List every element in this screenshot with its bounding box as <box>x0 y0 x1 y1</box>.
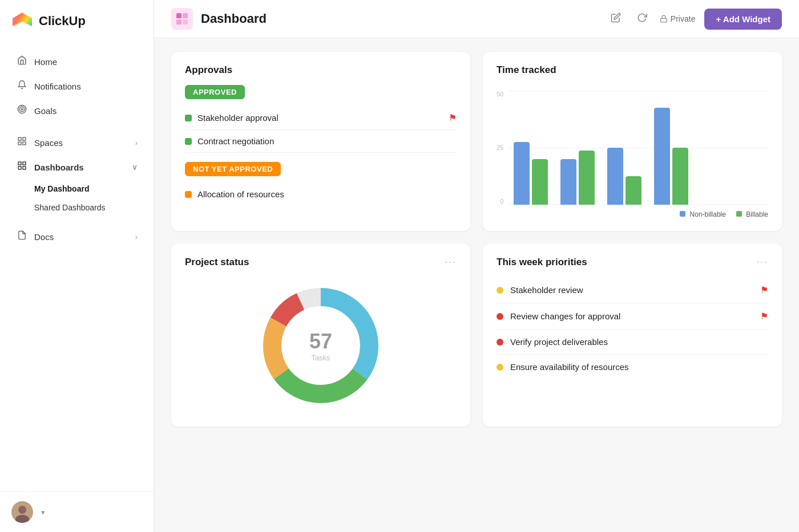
sidebar-item-notifications-label: Notifications <box>34 82 81 91</box>
chart-grid-container <box>508 91 768 205</box>
svg-marker-0 <box>13 13 32 26</box>
dashboard-grid: Approvals APPROVED Stakeholder approval … <box>154 38 799 440</box>
time-tracked-widget: Time tracked 50 25 0 <box>483 52 782 231</box>
sidebar-footer: ▾ <box>0 492 154 532</box>
approval-dot-orange <box>185 191 192 198</box>
sidebar-subitem-shared-dashboards[interactable]: Shared Dashboards <box>5 198 149 217</box>
bar-blue-2 <box>560 159 576 205</box>
priority-dot-3 <box>497 364 503 371</box>
docs-chevron-icon: › <box>135 233 138 241</box>
y-label-50: 50 <box>497 91 503 98</box>
clickup-logo-icon <box>11 10 33 32</box>
sidebar-subitem-my-dashboard[interactable]: My Dashboard <box>5 180 149 198</box>
donut-label: Tasks <box>309 354 332 362</box>
priority-flag-0: ⚑ <box>760 285 768 295</box>
chart-wrapper: 50 25 0 <box>497 85 768 205</box>
svg-rect-10 <box>18 166 21 169</box>
approved-badge: APPROVED <box>185 85 245 99</box>
flag-icon-stakeholder: ⚑ <box>449 112 457 123</box>
sidebar-item-goals-label: Goals <box>34 106 57 116</box>
priorities-header: This week priorities ··· <box>497 256 768 268</box>
private-text: Private <box>671 14 696 23</box>
dashboards-chevron-icon: ∨ <box>132 163 138 172</box>
approval-item-contract: Contract negotiation <box>185 130 457 153</box>
approval-item-label-allocation: Allocation of resources <box>197 189 284 199</box>
approval-item-label-stakeholder: Stakeholder approval <box>197 113 279 123</box>
legend-billable: Billable <box>736 210 768 218</box>
approval-item-allocation: Allocation of resources <box>185 183 457 205</box>
priority-item-label-2: Verify project deliverables <box>510 337 608 347</box>
home-icon <box>16 55 27 68</box>
sidebar-item-spaces[interactable]: Spaces › <box>5 131 149 155</box>
sidebar-item-dashboards-label: Dashboards <box>34 163 84 172</box>
svg-rect-18 <box>661 18 667 22</box>
svg-rect-7 <box>22 142 25 145</box>
priority-dot-1 <box>497 313 503 320</box>
priorities-menu[interactable]: ··· <box>756 256 768 268</box>
legend-dot-blue <box>680 211 685 217</box>
y-label-0: 0 <box>497 198 503 205</box>
avatar[interactable] <box>11 501 33 523</box>
approval-item-stakeholder: Stakeholder approval ⚑ <box>185 106 457 130</box>
logo-text: ClickUp <box>39 14 86 29</box>
donut-number: 57 <box>309 330 332 354</box>
svg-point-12 <box>18 506 26 514</box>
priorities-title: This week priorities <box>497 257 587 268</box>
edit-button[interactable] <box>607 10 624 28</box>
priority-item-label-3: Ensure availability of resources <box>510 362 629 372</box>
bar-group-3 <box>607 148 641 205</box>
donut-center: 57 Tasks <box>309 330 332 362</box>
bar-blue-1 <box>514 142 530 205</box>
sidebar-item-docs[interactable]: Docs › <box>5 225 149 249</box>
sidebar-subitem-my-dashboard-label: My Dashboard <box>34 184 89 193</box>
bar-green-1 <box>532 159 548 205</box>
project-status-header: Project status ··· <box>185 256 457 268</box>
sidebar-item-home-label: Home <box>34 57 57 67</box>
bar-group-1 <box>514 142 548 205</box>
svg-rect-5 <box>22 137 25 140</box>
sidebar-subitem-shared-dashboards-label: Shared Dashboards <box>34 203 106 212</box>
priority-flag-1: ⚑ <box>760 311 768 322</box>
bell-icon <box>16 80 27 92</box>
project-status-widget: Project status ··· <box>171 243 470 427</box>
priority-item-1: Review changes for approval ⚑ <box>497 303 768 330</box>
svg-rect-9 <box>22 162 25 165</box>
approval-dot-green-2 <box>185 138 192 145</box>
sidebar-nav: Home Notifications Goals Spaces › <box>0 42 154 492</box>
priority-dot-0 <box>497 287 503 294</box>
chart-y-labels: 50 25 0 <box>497 91 508 205</box>
svg-rect-14 <box>176 13 181 18</box>
docs-icon <box>16 230 27 243</box>
add-widget-button[interactable]: + Add Widget <box>704 9 782 30</box>
project-status-menu[interactable]: ··· <box>445 256 457 268</box>
svg-rect-15 <box>183 13 188 18</box>
svg-rect-4 <box>18 137 21 140</box>
refresh-button[interactable] <box>633 10 651 28</box>
avatar-chevron-icon[interactable]: ▾ <box>41 508 45 517</box>
bar-group-2 <box>560 151 595 205</box>
sidebar-item-home[interactable]: Home <box>5 50 149 74</box>
bar-blue-4 <box>654 108 670 205</box>
spaces-chevron-icon: › <box>135 139 138 147</box>
donut-wrapper: 57 Tasks <box>258 283 384 408</box>
main-content: Dashboard Private + Add Widget Approvals… <box>154 0 799 532</box>
header: Dashboard Private + Add Widget <box>154 0 799 38</box>
bar-green-4 <box>672 148 688 205</box>
svg-point-3 <box>21 108 23 110</box>
approval-item-label-contract: Contract negotiation <box>197 136 274 146</box>
private-label: Private <box>660 14 696 23</box>
approvals-widget-title: Approvals <box>185 64 457 76</box>
bar-green-2 <box>579 151 595 205</box>
sidebar-item-dashboards[interactable]: Dashboards ∨ <box>5 155 149 179</box>
sidebar-item-goals[interactable]: Goals <box>5 99 149 123</box>
legend-dot-green <box>736 211 742 217</box>
header-actions: Private + Add Widget <box>607 9 782 30</box>
svg-rect-16 <box>176 19 181 25</box>
sidebar-item-docs-label: Docs <box>34 232 54 242</box>
sidebar: ClickUp Home Notifications Goals <box>0 0 154 532</box>
spaces-icon <box>16 136 27 149</box>
sidebar-item-spaces-label: Spaces <box>34 138 63 148</box>
approvals-widget: Approvals APPROVED Stakeholder approval … <box>171 52 470 231</box>
sidebar-item-notifications[interactable]: Notifications <box>5 74 149 98</box>
bar-chart <box>508 91 768 205</box>
